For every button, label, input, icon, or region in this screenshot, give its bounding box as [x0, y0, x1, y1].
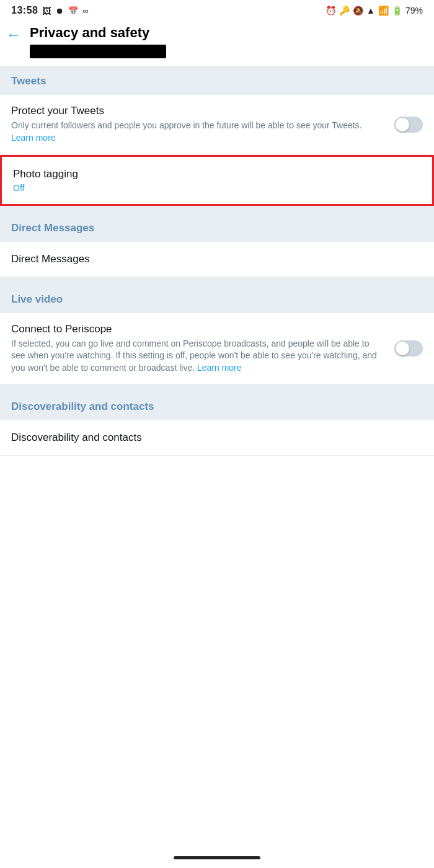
section-dm-header: Direct Messages	[0, 213, 434, 242]
protect-tweets-learn-more[interactable]: Learn more	[11, 133, 56, 143]
back-button[interactable]: ←	[6, 27, 21, 42]
infinity-icon: ∞	[82, 6, 88, 16]
page-header: ← Privacy and safety	[0, 20, 434, 66]
section-live-video-header: Live video	[0, 285, 434, 313]
periscope-toggle[interactable]	[394, 340, 423, 356]
connect-periscope-row[interactable]: Connect to Periscope If selected, you ca…	[0, 313, 434, 385]
bell-mute-icon: 🔕	[353, 6, 363, 16]
status-right: ⏰ 🔑 🔕 ▲ 📶 🔋 79%	[326, 6, 423, 16]
protect-tweets-description: Only current followers and people you ap…	[11, 120, 384, 144]
alarm-icon: ⏰	[326, 6, 336, 16]
status-time: 13:58	[11, 5, 38, 16]
section-discoverability-label: Discoverability and contacts	[11, 401, 154, 412]
periscope-learn-more[interactable]: Learn more	[197, 363, 242, 373]
battery-level: 79%	[405, 6, 423, 16]
connect-periscope-title: Connect to Periscope	[11, 323, 384, 335]
protect-tweets-title: Protect your Tweets	[11, 105, 384, 117]
calendar-icon: 📅	[68, 6, 78, 16]
direct-messages-row[interactable]: Direct Messages	[0, 242, 434, 277]
connect-periscope-content: Connect to Periscope If selected, you ca…	[11, 323, 394, 374]
key-icon: 🔑	[339, 6, 350, 16]
direct-messages-title: Direct Messages	[11, 253, 423, 265]
discoverability-title: Discoverability and contacts	[11, 432, 423, 444]
connect-periscope-description: If selected, you can go live and comment…	[11, 338, 384, 374]
section-dm-label: Direct Messages	[11, 222, 94, 234]
periscope-toggle-knob	[396, 342, 409, 355]
bottom-bar	[0, 851, 434, 868]
photo-tagging-row[interactable]: Photo tagging Off	[0, 155, 434, 206]
home-indicator	[174, 856, 260, 859]
status-left: 13:58 🖼 ⏺ 📅 ∞	[11, 5, 89, 16]
photo-icon: 🖼	[42, 6, 51, 16]
page-title: Privacy and safety	[30, 25, 166, 41]
record-icon: ⏺	[56, 6, 64, 16]
section-live-video-label: Live video	[11, 293, 63, 305]
protect-tweets-content: Protect your Tweets Only current followe…	[11, 105, 394, 144]
header-subtitle-redacted	[30, 45, 166, 58]
spacer-1	[0, 206, 434, 213]
section-tweets-header: Tweets	[0, 66, 434, 95]
battery-icon: 🔋	[392, 6, 402, 16]
section-discoverability-header: Discoverability and contacts	[0, 392, 434, 420]
header-title-block: Privacy and safety	[30, 25, 166, 58]
discoverability-row[interactable]: Discoverability and contacts	[0, 420, 434, 456]
photo-tagging-status: Off	[13, 183, 24, 193]
signal-icon: 📶	[378, 6, 389, 16]
section-tweets-label: Tweets	[11, 75, 46, 87]
protect-tweets-toggle-knob	[396, 118, 409, 131]
spacer-3	[0, 384, 434, 392]
status-bar: 13:58 🖼 ⏺ 📅 ∞ ⏰ 🔑 🔕 ▲ 📶 🔋 79%	[0, 0, 434, 20]
wifi-icon: ▲	[366, 6, 375, 16]
spacer-2	[0, 277, 434, 285]
photo-tagging-title: Photo tagging	[13, 168, 78, 180]
protect-tweets-row[interactable]: Protect your Tweets Only current followe…	[0, 95, 434, 154]
protect-tweets-toggle[interactable]	[394, 117, 423, 133]
